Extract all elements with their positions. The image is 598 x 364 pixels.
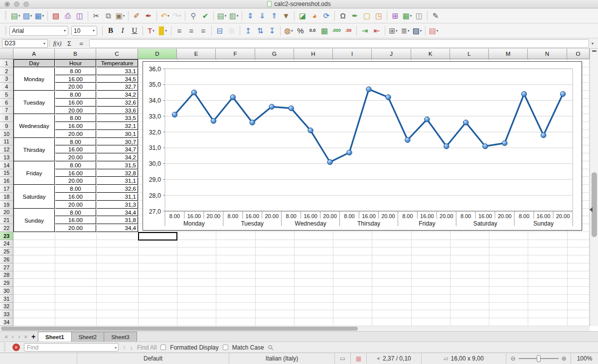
hour-cell[interactable]: 20.00 [55,225,96,232]
row-header-11[interactable]: 11 [0,138,13,145]
column-header-H[interactable]: H [294,49,333,59]
row-header-24[interactable]: 24 [0,240,13,247]
column-header-E[interactable]: E [177,49,216,59]
row-header-8[interactable]: 8 [0,114,13,122]
hour-cell[interactable]: 8.00 [55,68,96,75]
border-style-icon[interactable]: ≣▾ [400,25,411,37]
align-bottom-icon[interactable]: ↧ [267,25,278,37]
format-pen-icon[interactable]: ✒ [143,10,154,22]
toolbar-grip[interactable] [5,11,6,20]
row-header-6[interactable]: 6 [0,99,13,107]
row-header-34[interactable]: 34 [0,318,13,326]
increase-indent-icon[interactable]: ⇥ [359,25,370,37]
day-cell-thirsday[interactable]: Thirsday [14,138,55,161]
standard-format-icon[interactable]: 0.0 [307,25,318,37]
row-header-13[interactable]: 13 [0,153,13,161]
split-handle[interactable] [592,50,597,52]
add-decimal-icon[interactable]: .000 [331,25,342,37]
hour-cell[interactable]: 20.00 [55,83,96,91]
row-header-19[interactable]: 19 [0,201,13,209]
sheet-tab-sheet2[interactable]: Sheet2 [71,332,104,342]
row-header-23[interactable]: 23 [0,232,13,240]
temperature-cell[interactable]: 32,7 [97,83,138,91]
hour-cell[interactable]: 20.00 [55,130,96,138]
hour-cell[interactable]: 8.00 [55,209,96,216]
borders-icon[interactable]: ⊞▾ [388,25,399,37]
paste-icon[interactable]: ▣▾ [115,10,126,22]
underline-button[interactable]: U [129,25,140,37]
insert-chart-icon[interactable]: ◕ [309,10,320,22]
column-header-K[interactable]: K [411,49,450,59]
sort-descending-icon[interactable]: ⇓ [257,10,268,22]
column-header-C[interactable]: C [96,49,138,59]
column-header-B[interactable]: B [55,49,96,59]
temperature-cell[interactable]: 32,6 [97,99,138,107]
column-header-F[interactable]: F [216,49,255,59]
temperature-cell[interactable]: 31,3 [97,201,138,209]
hour-cell[interactable]: 20.00 [55,154,96,161]
align-left-icon[interactable]: ≡ [174,25,185,37]
row-header-16[interactable]: 16 [0,177,13,185]
day-cell-saturday[interactable]: Saturday [14,185,55,209]
find-all-button[interactable]: Find All [137,344,156,351]
temperature-cell[interactable]: 33,6 [97,107,138,114]
print-icon[interactable]: ⎙ [62,10,73,22]
toolbar-grip[interactable] [4,343,5,352]
temperature-cell[interactable]: 31,1 [97,177,138,185]
close-window-button[interactable] [4,1,10,7]
expand-formula-bar-icon[interactable]: ▾ [589,41,596,46]
page-style-status[interactable]: Default [77,353,229,364]
zoom-in-icon[interactable]: ⊕ [562,355,567,362]
formula-input[interactable] [89,39,589,48]
temperature-cell[interactable]: 32,6 [97,185,138,193]
column-header-I[interactable]: I [333,49,372,59]
find-next-icon[interactable]: ↓ [130,344,134,351]
split-window-icon[interactable]: ◫ [414,10,425,22]
equals-icon[interactable]: = [75,40,87,47]
selected-cell-D23[interactable] [138,232,177,241]
match-case-checkbox[interactable] [223,345,228,350]
horizontal-scrollbar-thumb[interactable] [1,327,358,331]
hour-cell[interactable]: 16.00 [55,193,96,201]
temperature-cell[interactable]: 32,1 [97,122,138,130]
undo-icon[interactable]: ↶▾ [159,10,170,22]
last-sheet-icon[interactable]: » [22,332,29,342]
hour-cell[interactable]: 8.00 [55,162,96,169]
freeze-panes-icon[interactable]: ▦▾ [402,10,413,22]
row-header-20[interactable]: 20 [0,209,13,216]
draw-functions-icon[interactable]: ✎ [430,10,441,22]
zoom-slider-thumb[interactable] [537,355,541,362]
center-vertically-icon[interactable]: ⇅ [255,25,266,37]
autofilter-icon[interactable]: ▼ [281,10,292,22]
italic-button[interactable]: I [117,25,128,37]
select-all-corner[interactable] [0,49,13,59]
special-character-icon[interactable]: Ω [337,10,348,22]
formatted-display-checkbox[interactable] [160,345,166,350]
next-sheet-icon[interactable]: › [16,332,22,342]
hour-cell[interactable]: 8.00 [55,91,96,99]
column-header-G[interactable]: G [255,49,294,59]
table-style-icon[interactable]: ▤▾ [428,25,439,37]
column-header-J[interactable]: J [372,49,411,59]
row-header-17[interactable]: 17 [0,185,13,193]
close-findbar-icon[interactable]: ✕ [12,344,20,351]
find-replace-icon[interactable]: ⚲ [188,10,199,22]
hour-cell[interactable]: 16.00 [55,122,96,130]
print-area-icon[interactable]: ⊞ [390,10,401,22]
sheet-tab-sheet3[interactable]: Sheet3 [104,332,137,342]
vertical-scrollbar-thumb[interactable] [592,172,597,237]
percent-format-icon[interactable]: % [295,25,306,37]
save-icon[interactable]: ▦▾ [34,10,45,22]
row-header-12[interactable]: 12 [0,145,13,153]
font-name-combo[interactable]: Arial▾ [9,26,68,36]
hour-cell[interactable]: 16.00 [55,99,96,107]
day-cell-friday[interactable]: Friday [14,162,55,185]
horizontal-scrollbar[interactable] [0,326,590,331]
insert-frame-icon[interactable]: ◳ [373,10,384,22]
hour-cell[interactable]: 16.00 [55,146,96,153]
merge-center-cells-icon[interactable]: ⊟ [214,25,225,37]
column-operations-icon[interactable]: ▥▾ [228,10,239,22]
temperature-cell[interactable]: 34,4 [97,209,138,216]
font-size-combo[interactable]: 10▾ [71,26,97,36]
temperature-cell[interactable]: 33,5 [97,115,138,122]
